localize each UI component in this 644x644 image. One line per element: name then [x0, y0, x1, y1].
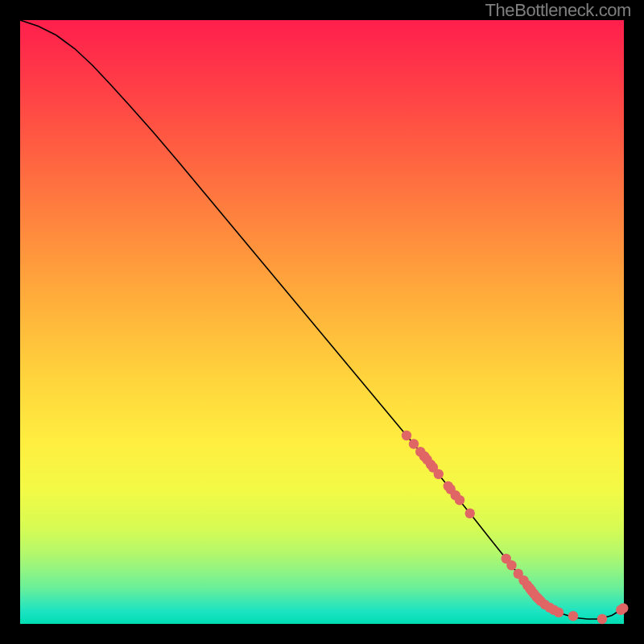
- highlighted-point: [618, 603, 628, 613]
- highlighted-point: [465, 509, 475, 518]
- highlighted-point: [597, 614, 607, 624]
- highlighted-point: [455, 495, 464, 505]
- highlighted-point: [434, 469, 444, 479]
- highlighted-point: [409, 439, 419, 448]
- highlighted-point-group: [402, 431, 629, 624]
- highlighted-point: [568, 611, 578, 621]
- highlighted-point: [402, 431, 411, 440]
- watermark-text: TheBottleneck.com: [485, 0, 631, 21]
- chart-frame: TheBottleneck.com: [0, 0, 644, 644]
- highlighted-point: [554, 608, 564, 617]
- plot-area: [20, 20, 624, 624]
- highlighted-point: [506, 560, 516, 570]
- curve-svg: [20, 20, 624, 624]
- bottleneck-curve: [20, 20, 624, 619]
